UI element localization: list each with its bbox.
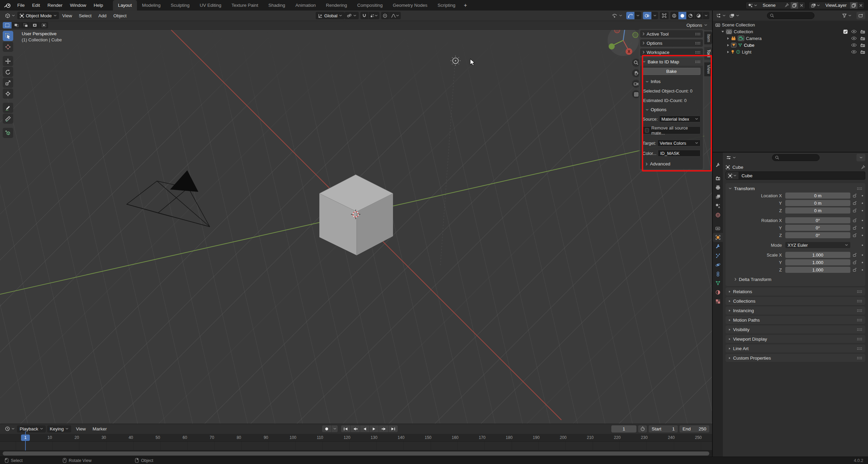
animate-dot-icon[interactable] [859, 194, 865, 197]
workspace-tab-compositing[interactable]: Compositing [352, 0, 388, 11]
menu-object[interactable]: Object [110, 13, 130, 18]
close-icon[interactable] [857, 2, 864, 9]
properties-tab-texture[interactable] [713, 297, 723, 306]
shading-options-selector[interactable] [703, 12, 709, 19]
tool-scale-button[interactable] [3, 78, 13, 88]
outliner-item-label[interactable]: Cube [744, 43, 754, 48]
properties-tab-collection[interactable] [713, 224, 723, 233]
properties-tab-world[interactable] [713, 210, 723, 220]
properties-tab-constraints[interactable] [713, 269, 723, 279]
select-mode-subtract[interactable] [21, 22, 30, 28]
expand-icon[interactable] [727, 44, 729, 47]
select-mode-intersect[interactable] [39, 22, 48, 28]
properties-tab-object-data[interactable] [713, 279, 723, 288]
workspace-tab-uv-editing[interactable]: UV Editing [195, 0, 226, 11]
drag-grip[interactable] [857, 347, 862, 350]
editor-type-3d-icon[interactable] [3, 12, 17, 19]
panel-motion-paths[interactable]: Motion Paths [726, 316, 865, 324]
3d-viewport[interactable]: Object Mode View Select Add Object Globa… [0, 11, 712, 424]
drag-grip[interactable] [857, 290, 862, 293]
tool-move-button[interactable] [3, 56, 13, 66]
outliner-item-label[interactable]: Collection [734, 29, 753, 34]
copy-icon[interactable] [791, 2, 798, 9]
play-button[interactable] [370, 425, 379, 432]
shading-material-button[interactable] [687, 12, 694, 19]
workspace-tab-geometry-nodes[interactable]: Geometry Nodes [388, 0, 433, 11]
outliner-item-label[interactable]: Scene Collection [722, 22, 755, 27]
panel-instancing[interactable]: Instancing [726, 306, 865, 315]
drag-grip[interactable] [857, 357, 862, 360]
panel-collections[interactable]: Collections [726, 297, 865, 305]
outliner-row-collection[interactable]: Collection [713, 28, 868, 35]
current-frame-badge[interactable]: 1 [21, 435, 30, 441]
lock-icon[interactable] [850, 226, 859, 230]
show-overlays-toggle[interactable] [643, 12, 651, 19]
drag-grip[interactable] [857, 187, 862, 190]
properties-tab-modifiers[interactable] [713, 242, 723, 251]
transform-panel-header[interactable]: Transform [726, 185, 865, 192]
tool-annotate-button[interactable] [3, 103, 13, 113]
panel-workspace[interactable]: Workspace [640, 48, 703, 56]
drag-grip[interactable] [857, 309, 862, 312]
properties-tab-view-layer[interactable] [713, 192, 723, 201]
workspace-tab-animation[interactable]: Animation [290, 0, 321, 11]
panel-options[interactable]: Options [640, 39, 703, 47]
properties-tab-material[interactable] [713, 288, 723, 297]
source-dropdown[interactable]: Material Index [659, 116, 701, 122]
panel-visibility[interactable]: Visibility [726, 325, 865, 334]
value-slider[interactable]: 0° [785, 225, 850, 231]
tool-cursor-button[interactable] [3, 42, 13, 52]
editor-type-timeline-icon[interactable] [3, 425, 17, 432]
value-slider[interactable]: 0° [785, 217, 850, 223]
pin-icon[interactable] [861, 165, 865, 169]
outliner-item-label[interactable]: Light [742, 49, 751, 55]
shading-rendered-button[interactable] [695, 12, 703, 19]
jump-to-end-button[interactable] [389, 425, 398, 432]
proportional-edit-icon[interactable] [381, 12, 389, 19]
drag-grip[interactable] [695, 42, 701, 45]
lock-icon[interactable] [850, 218, 859, 222]
hide-viewport-eye-icon[interactable] [851, 50, 857, 54]
animate-dot-icon[interactable] [859, 268, 865, 271]
object-name-field[interactable]: Cube [726, 172, 865, 180]
infos-subpanel-header[interactable]: Infos [640, 79, 703, 84]
pivot-point-selector[interactable] [344, 12, 359, 19]
panel-line-art[interactable]: Line Art [726, 344, 865, 352]
properties-options-selector[interactable] [856, 154, 865, 161]
add-workspace-button[interactable]: + [460, 0, 470, 11]
animate-dot-icon[interactable] [859, 254, 865, 257]
bake-panel-header[interactable]: Bake to ID Map [640, 58, 703, 66]
animate-dot-icon[interactable] [859, 226, 865, 229]
workspace-tab-modeling[interactable]: Modeling [137, 0, 166, 11]
value-slider[interactable]: 0° [785, 232, 850, 238]
play-reverse-button[interactable] [360, 425, 369, 432]
editor-type-outliner-icon[interactable] [715, 12, 726, 19]
expand-icon[interactable] [727, 37, 729, 40]
disable-render-camera-icon[interactable] [860, 50, 865, 54]
timeline-scrollbar[interactable] [0, 450, 712, 457]
shading-wireframe-button[interactable] [670, 12, 678, 19]
workspace-tab-layout[interactable]: Layout [113, 0, 137, 11]
hide-viewport-eye-icon[interactable] [851, 37, 857, 40]
properties-search-input[interactable] [772, 154, 820, 161]
next-keyframe-button[interactable] [379, 425, 388, 432]
hide-viewport-eye-icon[interactable] [851, 43, 857, 47]
panel-active-tool[interactable]: Active Tool [640, 30, 703, 38]
workspace-tab-texture-paint[interactable]: Texture Paint [226, 0, 263, 11]
workspace-tab-scripting[interactable]: Scripting [433, 0, 461, 11]
keying-options-selector[interactable] [332, 425, 338, 432]
checkbox-icon[interactable] [843, 29, 848, 34]
tool-measure-button[interactable] [3, 114, 13, 124]
drag-grip[interactable] [695, 33, 701, 36]
tab-item[interactable]: Item [704, 32, 712, 44]
drag-grip[interactable] [695, 51, 701, 54]
drag-grip[interactable] [857, 338, 862, 341]
snap-magnet-icon[interactable] [360, 12, 368, 19]
options-dropdown[interactable]: Options [684, 23, 709, 28]
preview-range-stopwatch-icon[interactable] [638, 425, 647, 432]
keying-menu[interactable]: Keying [47, 425, 71, 432]
filter-selector[interactable] [842, 12, 852, 19]
animate-dot-icon[interactable] [859, 219, 865, 222]
animate-dot-icon[interactable] [859, 244, 865, 247]
scene-icon[interactable] [746, 2, 759, 9]
